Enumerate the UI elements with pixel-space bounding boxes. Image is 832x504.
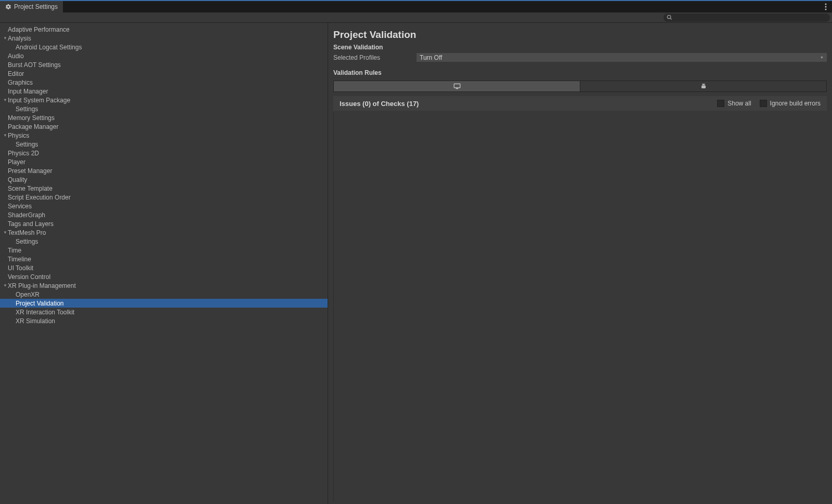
sidebar-item-label: Package Manager [8,123,58,130]
sidebar-item-label: Preset Manager [8,167,52,175]
sidebar-item-shadergraph[interactable]: ShaderGraph [0,210,328,219]
sidebar-item-label: Tags and Layers [8,220,54,228]
sidebar-item-tags-and-layers[interactable]: Tags and Layers [0,219,328,228]
ignore-errors-label: Ignore build errors [770,100,821,107]
sidebar-item-adaptive-performance[interactable]: Adaptive Performance [0,25,328,34]
sidebar-item-analysis[interactable]: ▼Analysis [0,34,328,43]
sidebar-item-input-manager[interactable]: Input Manager [0,87,328,96]
search-icon [667,15,672,20]
sidebar-item-textmesh-pro[interactable]: ▼TextMesh Pro [0,228,328,237]
expand-arrow-icon: ▼ [3,133,8,138]
sidebar-item-label: Input System Package [8,97,70,104]
sidebar-item-script-execution-order[interactable]: Script Execution Order [0,193,328,202]
gear-icon [5,4,11,10]
sidebar-item-label: Time [8,247,21,254]
sidebar-item-services[interactable]: Services [0,202,328,210]
sidebar-item-label: Physics [8,132,29,139]
sidebar-item-settings[interactable]: Settings [0,140,328,149]
sidebar-item-settings[interactable]: Settings [0,104,328,113]
sidebar-item-label: Analysis [8,35,31,42]
issues-list [333,113,827,502]
sidebar-item-ui-toolkit[interactable]: UI Toolkit [0,263,328,272]
sidebar-item-label: Editor [8,70,24,77]
settings-sidebar: Adaptive Performance▼AnalysisAndroid Log… [0,23,328,504]
selected-profiles-label: Selected Profiles [333,54,417,61]
platform-tab-desktop[interactable] [334,81,580,91]
sidebar-item-timeline[interactable]: Timeline [0,255,328,263]
show-all-label: Show all [727,100,751,107]
show-all-checkbox[interactable]: Show all [717,100,751,107]
sidebar-item-editor[interactable]: Editor [0,69,328,78]
sidebar-item-physics-2d[interactable]: Physics 2D [0,149,328,157]
expand-arrow-icon: ▼ [3,36,8,41]
search-wrap [664,14,830,22]
sidebar-item-settings[interactable]: Settings [0,237,328,246]
tab-title: Project Settings [14,3,58,10]
sidebar-item-xr-interaction-toolkit[interactable]: XR Interaction Toolkit [0,308,328,316]
validation-rules-label: Validation Rules [331,68,829,77]
sidebar-item-xr-simulation[interactable]: XR Simulation [0,316,328,325]
sidebar-item-label: Scene Template [8,185,53,192]
sidebar-item-label: Adaptive Performance [8,26,70,33]
sidebar-item-label: XR Interaction Toolkit [16,309,74,316]
kebab-menu-icon[interactable] [823,1,829,12]
platform-tab-android[interactable] [580,81,826,91]
sidebar-item-input-system-package[interactable]: ▼Input System Package [0,96,328,104]
sidebar-item-label: Services [8,203,32,210]
sidebar-item-label: UI Toolkit [8,264,33,272]
search-input[interactable] [664,14,830,22]
toolbar [0,12,832,23]
sidebar-item-label: XR Simulation [16,317,55,325]
svg-line-4 [670,18,672,19]
svg-point-9 [704,84,705,85]
sidebar-item-physics[interactable]: ▼Physics [0,131,328,140]
sidebar-item-label: Project Validation [16,300,64,307]
sidebar-item-scene-template[interactable]: Scene Template [0,184,328,193]
sidebar-item-label: Settings [16,141,38,148]
sidebar-item-label: Player [8,158,25,166]
sidebar-item-project-validation[interactable]: Project Validation [0,299,328,308]
expand-arrow-icon: ▼ [3,98,8,102]
checkbox-icon [717,100,724,107]
sidebar-item-graphics[interactable]: Graphics [0,78,328,87]
issues-title: Issues (0) of Checks (17) [340,100,419,108]
sidebar-item-burst-aot-settings[interactable]: Burst AOT Settings [0,60,328,69]
sidebar-item-quality[interactable]: Quality [0,175,328,184]
svg-point-1 [825,6,827,8]
selected-profiles-value: Turn Off [420,54,442,61]
sidebar-item-label: Script Execution Order [8,194,71,201]
sidebar-item-label: XR Plug-in Management [8,282,76,289]
svg-point-2 [825,9,827,10]
sidebar-item-memory-settings[interactable]: Memory Settings [0,113,328,122]
svg-point-0 [825,4,827,5]
svg-rect-5 [454,84,460,88]
svg-line-10 [702,84,703,84]
checkbox-icon [760,100,767,107]
expand-arrow-icon: ▼ [3,283,8,288]
sidebar-item-time[interactable]: Time [0,246,328,255]
expand-arrow-icon: ▼ [3,230,8,235]
sidebar-item-label: ShaderGraph [8,211,45,219]
sidebar-item-player[interactable]: Player [0,157,328,166]
sidebar-item-package-manager[interactable]: Package Manager [0,122,328,131]
monitor-icon [453,83,461,89]
scene-validation-label: Scene Validation [331,43,829,52]
sidebar-item-label: Input Manager [8,88,48,95]
main-panel: Project Validation Scene Validation Sele… [328,23,832,504]
sidebar-item-label: Memory Settings [8,114,55,122]
sidebar-item-label: OpenXR [16,291,40,298]
selected-profiles-dropdown[interactable]: Turn Off [417,53,827,62]
sidebar-item-xr-plug-in-management[interactable]: ▼XR Plug-in Management [0,281,328,290]
sidebar-item-audio[interactable]: Audio [0,51,328,60]
sidebar-item-version-control[interactable]: Version Control [0,272,328,281]
ignore-build-errors-checkbox[interactable]: Ignore build errors [760,100,821,107]
sidebar-item-openxr[interactable]: OpenXR [0,290,328,299]
sidebar-item-android-logcat-settings[interactable]: Android Logcat Settings [0,43,328,51]
sidebar-item-preset-manager[interactable]: Preset Manager [0,166,328,175]
svg-point-3 [667,15,670,18]
window-tab[interactable]: Project Settings [0,1,63,12]
page-title: Project Validation [331,25,829,43]
sidebar-item-label: Android Logcat Settings [16,44,82,51]
platform-tabs [333,81,827,92]
sidebar-item-label: Audio [8,52,24,60]
